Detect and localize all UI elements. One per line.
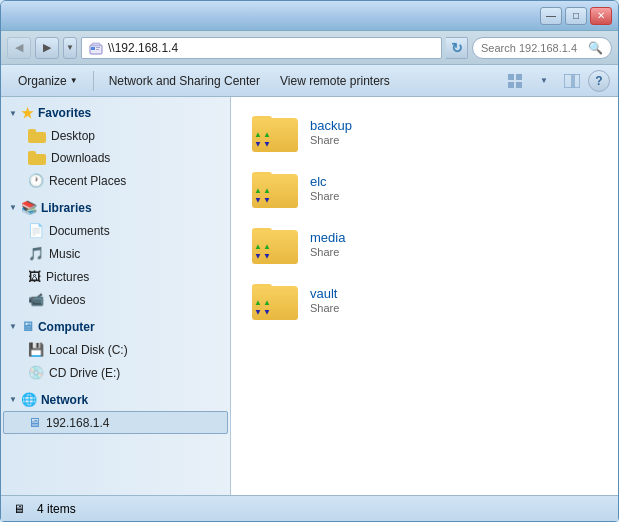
share-arrow-up2: ▲ xyxy=(263,131,271,139)
videos-icon: 📹 xyxy=(28,292,44,307)
share-arrow-up2: ▲ xyxy=(263,187,271,195)
network-toggle-icon: ▼ xyxy=(9,395,17,404)
sidebar-item-desktop[interactable]: Desktop xyxy=(3,125,228,147)
libraries-label: Libraries xyxy=(41,201,92,215)
share-item-backup[interactable]: ▲ ▲ ▲ ▲ backup Share xyxy=(247,105,602,159)
cd-drive-label: CD Drive (E:) xyxy=(49,366,120,380)
music-label: Music xyxy=(49,247,80,261)
svg-rect-6 xyxy=(516,74,522,80)
search-input[interactable] xyxy=(481,42,584,54)
share-arrow-down2: ▲ xyxy=(263,196,271,204)
share-arrow-up2: ▲ xyxy=(263,243,271,251)
share-name: vault xyxy=(310,286,339,301)
sidebar-item-downloads[interactable]: Downloads xyxy=(3,147,228,169)
share-arrow-down2: ▲ xyxy=(263,308,271,316)
sidebar-item-network-ip[interactable]: 🖥 192.168.1.4 xyxy=(3,411,228,434)
svg-rect-7 xyxy=(508,82,514,88)
organize-label: Organize xyxy=(18,74,67,88)
shares-list: ▲ ▲ ▲ ▲ backup Share ▲ ▲ xyxy=(247,105,602,327)
address-text[interactable]: \\192.168.1.4 xyxy=(108,41,435,55)
computer-header[interactable]: ▼ 🖥 Computer xyxy=(1,315,230,338)
favorites-header[interactable]: ▼ ★ Favorites xyxy=(1,101,230,125)
recent-locations-button[interactable]: ▼ xyxy=(63,37,77,59)
maximize-button[interactable]: □ xyxy=(565,7,587,25)
titlebar: — □ ✕ xyxy=(1,1,618,31)
share-arrow-down2: ▲ xyxy=(263,252,271,260)
share-type: Share xyxy=(310,246,345,258)
view-dropdown-button[interactable]: ▼ xyxy=(532,69,556,93)
network-sharing-label: Network and Sharing Center xyxy=(109,74,260,88)
favorites-toggle-icon: ▼ xyxy=(9,109,17,118)
toolbar-right: ▼ ? xyxy=(504,69,610,93)
computer-toggle-icon: ▼ xyxy=(9,322,17,331)
svg-rect-3 xyxy=(96,49,99,50)
svg-rect-10 xyxy=(574,74,580,88)
sidebar-item-pictures[interactable]: 🖼 Pictures xyxy=(3,265,228,288)
network-icon: 🌐 xyxy=(21,392,37,407)
toolbar: Organize ▼ Network and Sharing Center Vi… xyxy=(1,65,618,97)
local-disk-label: Local Disk (C:) xyxy=(49,343,128,357)
sidebar: ▼ ★ Favorites Desktop Downlo xyxy=(1,97,231,495)
share-item-vault[interactable]: ▲ ▲ ▲ ▲ vault Share xyxy=(247,273,602,327)
documents-icon: 📄 xyxy=(28,223,44,238)
share-arrow-up2: ▲ xyxy=(263,299,271,307)
content-area: ▲ ▲ ▲ ▲ backup Share ▲ ▲ xyxy=(231,97,618,495)
view-remote-printers-button[interactable]: View remote printers xyxy=(271,69,399,93)
sidebar-item-music[interactable]: 🎵 Music xyxy=(3,242,228,265)
share-item-media[interactable]: ▲ ▲ ▲ ▲ media Share xyxy=(247,217,602,271)
svg-rect-1 xyxy=(91,47,95,50)
sidebar-item-local-disk[interactable]: 💾 Local Disk (C:) xyxy=(3,338,228,361)
favorites-section: ▼ ★ Favorites Desktop Downlo xyxy=(1,101,230,192)
recent-places-icon: 🕐 xyxy=(28,173,44,188)
share-name: media xyxy=(310,230,345,245)
organize-button[interactable]: Organize ▼ xyxy=(9,69,87,93)
share-arrow-down: ▲ xyxy=(254,308,262,316)
videos-label: Videos xyxy=(49,293,85,307)
search-icon: 🔍 xyxy=(588,41,603,55)
sidebar-item-recent-places[interactable]: 🕐 Recent Places xyxy=(3,169,228,192)
organize-dropdown-icon: ▼ xyxy=(70,76,78,85)
help-button[interactable]: ? xyxy=(588,70,610,92)
share-type: Share xyxy=(310,134,352,146)
downloads-icon xyxy=(28,151,46,165)
network-ip-label: 192.168.1.4 xyxy=(46,416,109,430)
main-area: ▼ ★ Favorites Desktop Downlo xyxy=(1,97,618,495)
forward-button[interactable]: ▶ xyxy=(35,37,59,59)
status-computer-icon: 🖥 xyxy=(13,502,25,516)
titlebar-buttons: — □ ✕ xyxy=(540,7,612,25)
share-type: Share xyxy=(310,302,339,314)
view-remote-printers-label: View remote printers xyxy=(280,74,390,88)
share-folder-icon: ▲ ▲ ▲ ▲ xyxy=(252,280,300,320)
preview-pane-button[interactable] xyxy=(560,69,584,93)
share-arrow-up: ▲ xyxy=(254,299,262,307)
sidebar-item-documents[interactable]: 📄 Documents xyxy=(3,219,228,242)
close-button[interactable]: ✕ xyxy=(590,7,612,25)
minimize-button[interactable]: — xyxy=(540,7,562,25)
network-section: ▼ 🌐 Network 🖥 192.168.1.4 xyxy=(1,388,230,434)
svg-rect-5 xyxy=(508,74,514,80)
share-info: elc Share xyxy=(310,174,339,202)
network-header[interactable]: ▼ 🌐 Network xyxy=(1,388,230,411)
sidebar-item-cd-drive[interactable]: 💿 CD Drive (E:) xyxy=(3,361,228,384)
back-button[interactable]: ◀ xyxy=(7,37,31,59)
network-label: Network xyxy=(41,393,88,407)
share-arrow-up: ▲ xyxy=(254,131,262,139)
share-item-elc[interactable]: ▲ ▲ ▲ ▲ elc Share xyxy=(247,161,602,215)
libraries-header[interactable]: ▼ 📚 Libraries xyxy=(1,196,230,219)
cd-drive-icon: 💿 xyxy=(28,365,44,380)
svg-rect-9 xyxy=(564,74,572,88)
share-folder-icon: ▲ ▲ ▲ ▲ xyxy=(252,224,300,264)
libraries-toggle-icon: ▼ xyxy=(9,203,17,212)
downloads-label: Downloads xyxy=(51,151,110,165)
libraries-icon: 📚 xyxy=(21,200,37,215)
favorites-star-icon: ★ xyxy=(21,105,34,121)
share-info: media Share xyxy=(310,230,345,258)
go-button[interactable]: ↻ xyxy=(446,37,468,59)
sidebar-item-videos[interactable]: 📹 Videos xyxy=(3,288,228,311)
libraries-section: ▼ 📚 Libraries 📄 Documents 🎵 Music 🖼 Pict… xyxy=(1,196,230,311)
address-icon xyxy=(88,40,104,56)
view-toggle-button[interactable] xyxy=(504,69,528,93)
svg-rect-4 xyxy=(92,43,100,46)
network-sharing-button[interactable]: Network and Sharing Center xyxy=(100,69,269,93)
network-computer-icon: 🖥 xyxy=(28,415,41,430)
